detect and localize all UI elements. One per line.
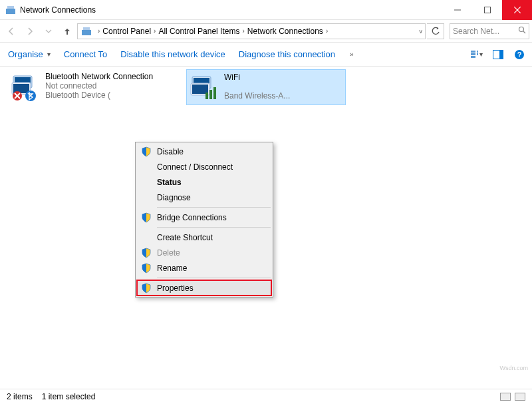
context-menu: Disable Connect / Disconnect Status Diag…	[135, 142, 273, 298]
svg-rect-12	[471, 56, 475, 58]
refresh-button[interactable]	[427, 23, 444, 39]
shield-icon	[141, 283, 152, 294]
svg-rect-32	[209, 90, 212, 99]
address-row: › Control Panel › All Control Panel Item…	[0, 20, 532, 43]
svg-rect-0	[6, 9, 15, 14]
chevron-down-icon: ▾	[47, 51, 51, 58]
wifi-adapter-icon	[190, 73, 219, 102]
shield-icon	[141, 212, 152, 223]
connection-device: Band Wireless-A...	[224, 91, 290, 101]
shield-icon	[141, 146, 152, 157]
view-options-button[interactable]: ▾	[471, 49, 483, 61]
forward-button[interactable]	[21, 23, 39, 40]
organise-menu[interactable]: Organise▾	[8, 49, 51, 59]
help-button[interactable]: ?	[513, 49, 525, 61]
connection-device: Bluetooth Device (	[45, 91, 153, 100]
watermark: Wsdn.com	[499, 365, 528, 371]
svg-rect-1	[7, 6, 14, 9]
ctx-status[interactable]: Status	[137, 174, 271, 190]
items-view[interactable]: Bluetooth Network Connection Not connect…	[0, 67, 532, 389]
app-icon	[5, 5, 16, 15]
minimize-button[interactable]	[442, 0, 472, 20]
breadcrumb-all-items[interactable]: All Control Panel Items	[158, 27, 239, 36]
view-mode-icons	[500, 393, 525, 401]
svg-rect-11	[471, 53, 475, 55]
item-count: 2 items	[7, 392, 33, 401]
connection-item-wifi[interactable]: WiFi Band Wireless-A...	[186, 69, 346, 105]
svg-rect-6	[82, 30, 91, 35]
status-bar: 2 items 1 item selected	[0, 389, 532, 404]
svg-rect-14	[477, 53, 478, 55]
disable-device-button[interactable]: Disable this network device	[120, 49, 225, 59]
connection-name: WiFi	[224, 73, 290, 82]
ctx-bridge[interactable]: Bridge Connections	[137, 210, 271, 225]
chevron-right-icon: ›	[242, 27, 244, 35]
ctx-properties[interactable]: Properties	[137, 280, 271, 296]
location-icon	[80, 25, 92, 37]
svg-text:?: ?	[517, 51, 522, 59]
svg-rect-31	[205, 93, 208, 99]
shield-icon	[141, 248, 152, 258]
search-input[interactable]: Search Net...	[450, 23, 529, 39]
connection-status	[224, 82, 290, 91]
recent-dropdown[interactable]	[40, 23, 57, 40]
ctx-connect-disconnect[interactable]: Connect / Disconnect	[137, 159, 271, 174]
details-view-button[interactable]	[500, 393, 511, 401]
overflow-chevron-icon[interactable]: »	[350, 51, 354, 58]
chevron-down-icon: ▾	[479, 51, 483, 58]
title-bar: Network Connections	[0, 0, 532, 20]
chevron-right-icon: ›	[98, 27, 100, 35]
ctx-delete: Delete	[137, 245, 271, 260]
search-placeholder: Search Net...	[453, 27, 499, 36]
address-dropdown[interactable]: v	[420, 28, 423, 35]
svg-rect-7	[83, 27, 90, 30]
window-title: Network Connections	[20, 5, 442, 15]
separator	[157, 227, 271, 228]
breadcrumb[interactable]: › Control Panel › All Control Panel Item…	[77, 23, 426, 39]
svg-point-8	[519, 27, 524, 32]
up-button[interactable]	[59, 23, 76, 40]
svg-line-9	[523, 31, 525, 33]
ctx-rename[interactable]: Rename	[137, 260, 271, 276]
close-button[interactable]	[502, 0, 532, 20]
separator	[157, 278, 271, 278]
connection-name: Bluetooth Network Connection	[45, 72, 153, 81]
svg-rect-30	[192, 85, 208, 94]
svg-rect-16	[499, 51, 503, 59]
ctx-disable[interactable]: Disable	[137, 144, 271, 159]
diagnose-button[interactable]: Diagnose this connection	[239, 49, 335, 59]
bluetooth-adapter-icon	[11, 72, 40, 101]
command-bar: Organise▾ Connect To Disable this networ…	[0, 43, 532, 67]
svg-rect-10	[471, 51, 475, 53]
connect-to-button[interactable]: Connect To	[64, 49, 108, 59]
large-icons-view-button[interactable]	[515, 393, 525, 401]
connection-item-bluetooth[interactable]: Bluetooth Network Connection Not connect…	[8, 69, 174, 104]
breadcrumb-network-connections[interactable]: Network Connections	[247, 27, 323, 36]
shield-icon	[141, 263, 152, 274]
back-button[interactable]	[3, 23, 20, 40]
breadcrumb-control-panel[interactable]: Control Panel	[102, 27, 151, 36]
svg-rect-13	[477, 51, 478, 53]
search-icon	[518, 26, 526, 36]
svg-rect-3	[484, 7, 490, 13]
chevron-right-icon: ›	[326, 27, 328, 35]
selection-count: 1 item selected	[42, 392, 96, 401]
ctx-diagnose[interactable]: Diagnose	[137, 190, 271, 205]
chevron-right-icon: ›	[154, 27, 156, 35]
preview-pane-button[interactable]	[492, 49, 504, 61]
separator	[157, 207, 271, 208]
svg-rect-33	[213, 87, 216, 99]
maximize-button[interactable]	[472, 0, 502, 20]
connection-status: Not connected	[45, 81, 153, 91]
ctx-create-shortcut[interactable]: Create Shortcut	[137, 230, 271, 245]
